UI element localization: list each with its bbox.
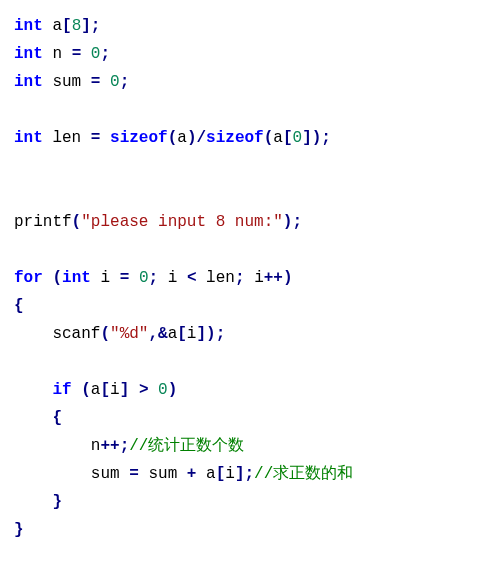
operator: ( xyxy=(72,213,82,231)
operator: ); xyxy=(283,213,302,231)
text xyxy=(14,493,52,511)
text xyxy=(100,73,110,91)
operator: } xyxy=(52,493,62,511)
text: i xyxy=(91,269,120,287)
text: a xyxy=(168,325,178,343)
text xyxy=(148,381,158,399)
keyword: int xyxy=(14,45,43,63)
operator: ) xyxy=(168,381,178,399)
operator: < xyxy=(187,269,197,287)
text: len xyxy=(197,269,235,287)
text xyxy=(129,269,139,287)
operator: ++; xyxy=(100,437,129,455)
text: n xyxy=(43,45,72,63)
operator: ; xyxy=(100,45,110,63)
keyword: for xyxy=(14,269,43,287)
string: "%d" xyxy=(110,325,148,343)
text: printf xyxy=(14,213,72,231)
number: 0 xyxy=(91,45,101,63)
operator: ( xyxy=(52,269,62,287)
operator: ( xyxy=(81,381,91,399)
text: a xyxy=(196,465,215,483)
text: n xyxy=(14,437,100,455)
text xyxy=(14,381,52,399)
number: 0 xyxy=(293,129,303,147)
operator: = xyxy=(129,465,139,483)
comment: //求正数的和 xyxy=(254,465,353,483)
operator: { xyxy=(52,409,62,427)
operator: ; xyxy=(120,73,130,91)
operator: ( xyxy=(168,129,178,147)
operator: [ xyxy=(283,129,293,147)
operator: [ xyxy=(100,381,110,399)
text: sum xyxy=(43,73,91,91)
text: i xyxy=(225,465,235,483)
operator: } xyxy=(14,521,24,539)
operator: [ xyxy=(177,325,187,343)
keyword: int xyxy=(14,73,43,91)
text: i xyxy=(245,269,264,287)
operator: ( xyxy=(100,325,110,343)
operator: ( xyxy=(264,129,274,147)
text: a xyxy=(177,129,187,147)
operator: ; xyxy=(148,269,158,287)
operator: + xyxy=(187,465,197,483)
operator: ]); xyxy=(196,325,225,343)
operator: = xyxy=(120,269,130,287)
text: sum xyxy=(14,465,129,483)
operator: )/ xyxy=(187,129,206,147)
operator: ; xyxy=(235,269,245,287)
keyword: int xyxy=(14,17,43,35)
operator: ,& xyxy=(148,325,167,343)
text: a xyxy=(273,129,283,147)
string: "please input 8 num:" xyxy=(81,213,283,231)
comment: //统计正数个数 xyxy=(129,437,244,455)
operator: ]; xyxy=(81,17,100,35)
number: 0 xyxy=(110,73,120,91)
text: sum xyxy=(139,465,187,483)
text xyxy=(43,269,53,287)
keyword: if xyxy=(52,381,71,399)
keyword: int xyxy=(62,269,91,287)
number: 8 xyxy=(72,17,82,35)
operator: { xyxy=(14,297,24,315)
text xyxy=(72,381,82,399)
keyword: sizeof xyxy=(110,129,168,147)
operator: ] xyxy=(120,381,130,399)
text: a xyxy=(91,381,101,399)
operator: [ xyxy=(62,17,72,35)
text xyxy=(100,129,110,147)
text: i xyxy=(158,269,187,287)
text xyxy=(14,409,52,427)
operator: ++) xyxy=(264,269,293,287)
operator: = xyxy=(91,129,101,147)
text xyxy=(129,381,139,399)
text: a xyxy=(43,17,62,35)
operator: = xyxy=(91,73,101,91)
operator: = xyxy=(72,45,82,63)
number: 0 xyxy=(158,381,168,399)
text: scanf xyxy=(14,325,100,343)
code-block: int a[8]; int n = 0; int sum = 0; int le… xyxy=(14,12,487,566)
keyword: sizeof xyxy=(206,129,264,147)
keyword: int xyxy=(14,129,43,147)
text: i xyxy=(110,381,120,399)
operator: [ xyxy=(216,465,226,483)
operator: ]; xyxy=(235,465,254,483)
text: len xyxy=(43,129,91,147)
operator: ]); xyxy=(302,129,331,147)
text xyxy=(81,45,91,63)
